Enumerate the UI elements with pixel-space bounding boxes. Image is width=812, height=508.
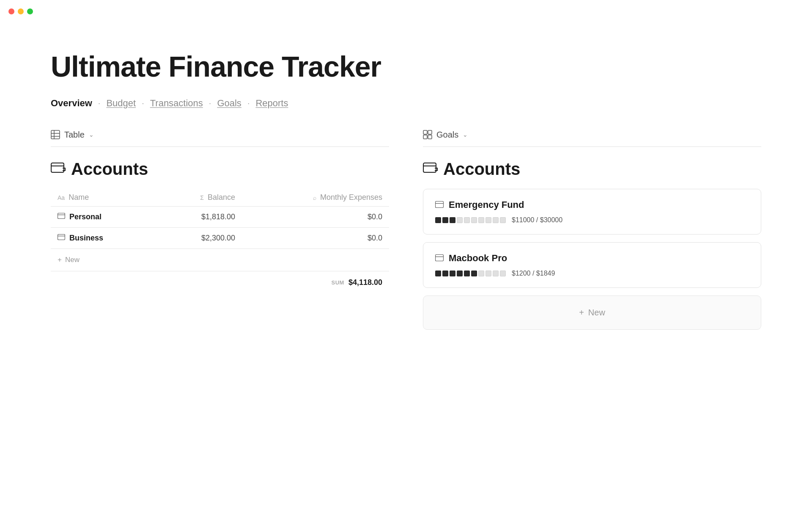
block-1 [435,217,441,223]
block-7 [478,217,484,223]
plus-icon-new: + [58,256,62,264]
emergency-card-icon [435,199,444,210]
svg-rect-6 [58,213,65,219]
left-panel: Table ⌄ Accounts [51,130,389,330]
accounts-icon-left [51,161,66,177]
search-icon-th: ⌕ [313,194,316,201]
block-5 [464,217,470,223]
macbook-pro-progress-text: $1200 / $1849 [512,270,555,277]
block-4 [457,217,463,223]
svg-rect-12 [423,135,427,139]
block-9 [493,271,499,276]
table-chevron-icon: ⌄ [89,131,94,138]
row-business-monthly: $0.0 [242,227,389,248]
sum-value: $4,118.00 [348,278,382,287]
right-accounts-title: Accounts [443,160,520,179]
emergency-fund-progress: $11000 / $30000 [435,216,749,224]
goals-grid-icon [423,130,432,139]
row-personal-balance: $1,818.00 [156,206,242,227]
nav-tab-budget[interactable]: Budget [106,98,136,109]
block-5 [464,271,470,276]
right-panel: Goals ⌄ Accounts [423,130,761,330]
left-accounts-header: Accounts [51,160,389,179]
svg-rect-11 [428,130,432,134]
row-business-balance: $2,300.00 [156,227,242,248]
goals-view-selector[interactable]: Goals ⌄ [423,130,761,147]
right-accounts-header: Accounts [423,160,761,179]
row-business-name[interactable]: Business [51,227,156,248]
close-button[interactable] [8,8,14,14]
block-7 [478,271,484,276]
block-10 [500,271,506,276]
two-column-layout: Table ⌄ Accounts [51,130,761,330]
sum-row: SUM $4,118.00 [51,271,389,294]
svg-rect-18 [436,254,444,261]
emergency-fund-title: Emergency Fund [435,199,749,210]
emergency-fund-blocks [435,217,506,223]
business-card-icon [58,234,65,242]
block-3 [450,271,455,276]
nav-tab-overview[interactable]: Overview [51,98,92,109]
emergency-fund-progress-text: $11000 / $30000 [512,216,562,224]
macbook-pro-blocks [435,271,506,276]
goals-card-macbook-pro[interactable]: Macbook Pro $1200 / [423,242,761,288]
main-content: Ultimate Finance Tracker Overview · Budg… [0,0,812,364]
row-personal-name[interactable]: Personal [51,206,156,227]
block-3 [450,217,455,223]
col-balance-header[interactable]: Σ Balance [156,189,242,207]
block-4 [457,271,463,276]
svg-rect-10 [423,130,427,134]
navigation: Overview · Budget · Transactions · Goals… [51,98,761,109]
block-8 [486,271,491,276]
block-8 [486,217,491,223]
accounts-icon-right [423,161,438,177]
col-name-header[interactable]: Aa Name [51,189,156,207]
macbook-pro-progress: $1200 / $1849 [435,270,749,277]
table-view-selector[interactable]: Table ⌄ [51,130,389,147]
svg-rect-0 [51,130,60,139]
svg-rect-8 [58,235,65,240]
minimize-button[interactable] [18,8,24,14]
block-10 [500,217,506,223]
nav-sep-1: · [98,98,101,108]
svg-rect-16 [436,201,444,207]
block-2 [442,217,448,223]
nav-sep-2: · [142,98,144,108]
svg-rect-4 [51,163,64,172]
page-title: Ultimate Finance Tracker [51,51,761,83]
block-6 [471,271,477,276]
table-view-label: Table [64,130,85,140]
nav-sep-4: · [247,98,250,108]
goals-chevron-icon: ⌄ [463,131,468,138]
sum-label: SUM [332,279,344,286]
personal-card-icon [58,213,65,221]
block-6 [471,217,477,223]
macbook-card-icon [435,253,444,264]
goals-card-emergency-fund[interactable]: Emergency Fund $1100 [423,189,761,235]
maximize-button[interactable] [27,8,33,14]
svg-rect-14 [423,163,436,172]
block-2 [442,271,448,276]
goals-view-label: Goals [436,130,458,140]
add-new-goal-button[interactable]: + New [423,295,761,330]
col-monthly-header[interactable]: ⌕ Monthly Expenses [242,189,389,207]
sum-icon: Σ [200,194,204,201]
nav-tab-reports[interactable]: Reports [255,98,288,109]
table-row: Personal $1,818.00 $0.0 [51,206,389,227]
left-accounts-title: Accounts [71,160,148,179]
nav-tab-goals[interactable]: Goals [217,98,241,109]
row-personal-monthly: $0.0 [242,206,389,227]
nav-tab-transactions[interactable]: Transactions [150,98,203,109]
accounts-table: Aa Name Σ Balance ⌕ Monthly Expenses [51,189,389,249]
text-icon: Aa [58,194,65,201]
add-new-row-button[interactable]: + New [51,249,389,271]
block-1 [435,271,441,276]
block-9 [493,217,499,223]
table-icon [51,130,60,139]
svg-rect-13 [428,135,432,139]
nav-sep-3: · [209,98,211,108]
plus-icon-goals: + [579,308,584,318]
table-row: Business $2,300.00 $0.0 [51,227,389,248]
traffic-lights [8,8,33,14]
macbook-pro-title: Macbook Pro [435,253,749,264]
